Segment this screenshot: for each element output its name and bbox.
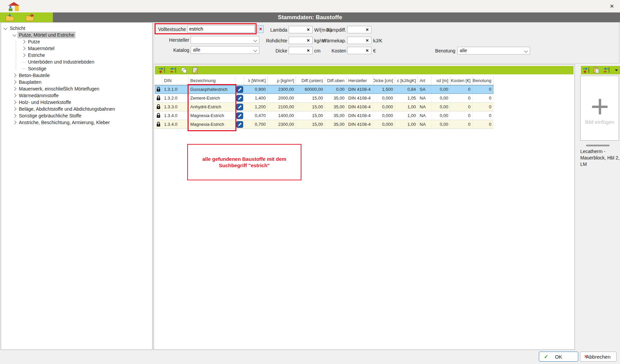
column-header-hersteller[interactable]: Hersteller [347, 76, 373, 85]
cell-c[interactable]: 1,00 [395, 103, 418, 111]
cell-kosten[interactable]: 0 [450, 94, 472, 102]
tree-item-mauerm-rtel[interactable]: Mauermörtel [1, 45, 152, 52]
cell-diff_oben[interactable]: 35,00 [325, 94, 347, 102]
cell-sd[interactable]: 0,00 [431, 120, 450, 129]
cell-benotung[interactable]: 0 [472, 111, 493, 120]
column-header-lock[interactable] [155, 76, 162, 85]
clear-waermekap-icon[interactable]: × [366, 38, 369, 43]
close-icon[interactable]: × [606, 1, 618, 11]
chevron-down-icon[interactable] [2, 28, 8, 29]
edit-pencil-icon[interactable] [236, 121, 243, 128]
tree-item-sonstige[interactable]: Sonstige [1, 65, 152, 72]
cell-din[interactable]: 1.3.3.0 [162, 103, 189, 111]
cell-benotung[interactable]: 0 [472, 120, 493, 129]
cell-lock[interactable] [155, 120, 162, 129]
cell-kosten[interactable]: 0 [450, 103, 472, 111]
folder-export-icon[interactable] [26, 13, 35, 21]
cell-diff_unten[interactable]: 60000,00 [296, 85, 325, 94]
cell-c[interactable]: 1,05 [395, 94, 418, 102]
chevron-right-icon[interactable] [11, 101, 18, 104]
cell-diff_oben[interactable]: 35,00 [325, 111, 347, 120]
cell-lock[interactable] [155, 103, 162, 111]
cell-din[interactable]: 1.3.4.0 [162, 111, 189, 120]
cell-dicke[interactable]: 1,500 [373, 85, 395, 94]
benotung-dropdown[interactable]: alle [457, 47, 530, 54]
add-row-icon[interactable] [158, 67, 165, 74]
tree-item-w-rmed-mmstoffe[interactable]: Wärmedämmstoffe [1, 92, 152, 99]
cell-hersteller[interactable]: DIN 4108-4 [347, 85, 373, 94]
delete-row-icon[interactable] [169, 67, 176, 74]
tree-item-anstriche-beschichtung-armierung-k[interactable]: Anstriche, Beschichtung, Armierung, Kleb… [1, 119, 152, 126]
cell-hersteller[interactable]: DIN 4108-4 [347, 120, 373, 129]
cell-lock[interactable] [155, 94, 162, 102]
cell-rho[interactable]: 2300,00 [268, 85, 296, 94]
column-header-din[interactable]: DIN [162, 76, 189, 85]
cell-benotung[interactable]: 0 [472, 94, 493, 102]
folder-import-icon[interactable] [5, 13, 14, 21]
cell-diff_oben[interactable]: 0,00 [325, 85, 347, 94]
column-header-benotung[interactable]: Benotung [472, 76, 493, 85]
cell-art[interactable]: NA [418, 103, 431, 111]
chevron-right-icon[interactable] [11, 87, 18, 90]
cell-art[interactable]: SA [418, 85, 431, 94]
cell-sd[interactable]: 0,00 [431, 103, 450, 111]
tree-item-holz-und-holzwerkstoffe[interactable]: Holz- und Holzwerkstoffe [1, 99, 152, 106]
cell-lambda[interactable]: 0,700 [244, 120, 268, 129]
cell-rho[interactable]: 1400,00 [268, 111, 296, 120]
column-header-art[interactable]: Art [418, 76, 431, 85]
chevron-right-icon[interactable] [21, 40, 27, 43]
column-header-diff_oben[interactable]: Diff.oben [325, 76, 347, 85]
cell-sd[interactable]: 0,00 [431, 94, 450, 102]
cell-rho[interactable]: 2000,00 [268, 94, 296, 102]
cell-hersteller[interactable]: DIN 4108-4 [347, 111, 373, 120]
cell-diff_unten[interactable]: 15,00 [296, 103, 325, 111]
paste-image-button[interactable] [592, 67, 600, 74]
cell-dicke[interactable]: 0,000 [373, 94, 395, 102]
chevron-down-icon[interactable] [11, 34, 18, 36]
cell-art[interactable]: NA [418, 120, 431, 129]
cell-lambda[interactable]: 0,470 [244, 111, 268, 120]
clear-dicke-icon[interactable]: × [307, 48, 310, 53]
cell-rho[interactable]: 2100,00 [268, 103, 296, 111]
edit-document-icon[interactable] [192, 67, 198, 74]
katalog-dropdown[interactable]: alle [191, 46, 259, 54]
dropdown-button[interactable] [613, 67, 620, 74]
cell-lambda[interactable]: 1,200 [244, 103, 268, 111]
paste-image-icon[interactable] [593, 67, 599, 74]
column-header-diff_unten[interactable]: Diff.(unten) [296, 76, 325, 85]
delete-row-button[interactable] [169, 67, 176, 74]
chevron-right-icon[interactable] [11, 121, 18, 124]
cell-din[interactable]: 1.3.2.0 [162, 94, 189, 102]
column-header-rho[interactable]: ρ [kg/m³] [268, 76, 296, 85]
delete-row-icon[interactable] [602, 67, 610, 74]
tree-item-estriche[interactable]: Estriche [1, 52, 152, 59]
clear-kosten-icon[interactable]: × [366, 48, 369, 53]
chevron-right-icon[interactable] [11, 114, 18, 117]
add-row-button[interactable] [158, 67, 165, 74]
add-row-icon[interactable] [582, 67, 590, 74]
cell-lock[interactable] [155, 85, 162, 94]
cell-din[interactable]: 1.3.1.0 [162, 85, 189, 94]
cell-diff_unten[interactable]: 15,00 [296, 111, 325, 120]
edit-pencil-icon[interactable] [236, 95, 243, 102]
dropdown-arrow-icon[interactable] [615, 69, 618, 72]
cell-diff_oben[interactable]: 35,00 [325, 103, 347, 111]
cell-diff_unten[interactable]: 15,00 [296, 94, 325, 102]
cell-diff_unten[interactable]: 15,00 [296, 120, 325, 129]
image-placeholder[interactable]: Bild einfügen [580, 76, 619, 141]
chevron-right-icon[interactable] [21, 54, 27, 57]
chevron-right-icon[interactable] [11, 81, 18, 83]
cell-dicke[interactable]: 0,000 [373, 120, 395, 129]
tree-item-putze[interactable]: Putze [1, 38, 152, 45]
hersteller-dropdown[interactable] [191, 36, 259, 44]
splitter-handle[interactable] [586, 145, 610, 146]
column-header-lambda[interactable]: λ [W/mK] [244, 76, 268, 85]
chevron-right-icon[interactable] [11, 108, 18, 110]
cell-lambda[interactable]: 1,400 [244, 94, 268, 102]
delete-row-button[interactable] [602, 67, 610, 74]
edit-document-button[interactable] [191, 67, 199, 74]
add-row-button[interactable] [582, 67, 590, 74]
cell-din[interactable]: 1.3.4.0 [162, 120, 189, 129]
cell-art[interactable]: NA [418, 111, 431, 120]
cell-c[interactable]: 1,00 [395, 120, 418, 129]
